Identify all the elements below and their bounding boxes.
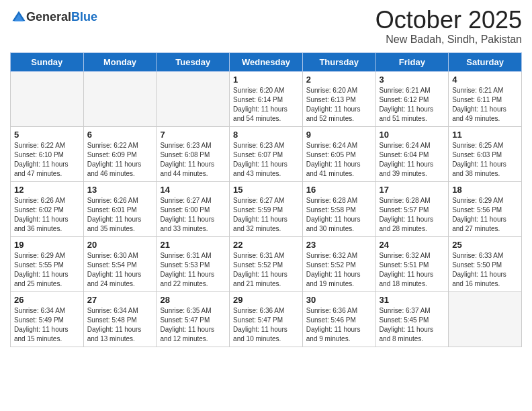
day-info: Sunrise: 6:29 AM Sunset: 5:56 PM Dayligh… [452,196,518,234]
col-wednesday: Wednesday [230,52,303,71]
day-info: Sunrise: 6:27 AM Sunset: 6:00 PM Dayligh… [160,196,226,234]
day-number: 31 [380,295,445,305]
day-cell [83,71,157,126]
day-number: 5 [14,130,80,140]
day-number: 17 [380,185,445,195]
day-info: Sunrise: 6:32 AM Sunset: 5:51 PM Dayligh… [380,251,445,289]
day-info: Sunrise: 6:35 AM Sunset: 5:47 PM Dayligh… [160,306,226,344]
day-info: Sunrise: 6:25 AM Sunset: 6:03 PM Dayligh… [452,141,518,179]
day-info: Sunrise: 6:24 AM Sunset: 6:05 PM Dayligh… [306,141,372,179]
day-info: Sunrise: 6:22 AM Sunset: 6:09 PM Dayligh… [87,141,153,179]
day-info: Sunrise: 6:20 AM Sunset: 6:13 PM Dayligh… [306,86,372,124]
day-cell: 26Sunrise: 6:34 AM Sunset: 5:49 PM Dayli… [11,291,84,347]
day-cell: 7Sunrise: 6:23 AM Sunset: 6:08 PM Daylig… [157,126,230,181]
day-cell: 1Sunrise: 6:20 AM Sunset: 6:14 PM Daylig… [230,71,303,126]
week-row-0: 1Sunrise: 6:20 AM Sunset: 6:14 PM Daylig… [11,71,522,126]
week-row-2: 12Sunrise: 6:26 AM Sunset: 6:02 PM Dayli… [11,181,522,236]
day-info: Sunrise: 6:31 AM Sunset: 5:53 PM Dayligh… [160,251,226,289]
day-info: Sunrise: 6:31 AM Sunset: 5:52 PM Dayligh… [233,251,299,289]
day-cell: 21Sunrise: 6:31 AM Sunset: 5:53 PM Dayli… [157,236,230,291]
day-info: Sunrise: 6:28 AM Sunset: 5:58 PM Dayligh… [306,196,372,234]
day-cell: 27Sunrise: 6:34 AM Sunset: 5:48 PM Dayli… [83,291,157,347]
day-number: 9 [306,130,372,140]
day-cell: 14Sunrise: 6:27 AM Sunset: 6:00 PM Dayli… [157,181,230,236]
day-number: 10 [380,130,445,140]
logo: GeneralBlue [10,10,97,25]
day-cell: 10Sunrise: 6:24 AM Sunset: 6:04 PM Dayli… [375,126,449,181]
day-number: 28 [160,295,226,305]
day-info: Sunrise: 6:32 AM Sunset: 5:52 PM Dayligh… [306,251,372,289]
day-number: 20 [87,240,153,250]
day-cell: 19Sunrise: 6:29 AM Sunset: 5:55 PM Dayli… [11,236,84,291]
day-number: 2 [306,75,372,85]
logo-blue-text: Blue [71,10,97,24]
day-cell: 6Sunrise: 6:22 AM Sunset: 6:09 PM Daylig… [83,126,157,181]
day-cell [449,291,522,347]
header-row: Sunday Monday Tuesday Wednesday Thursday… [11,52,522,71]
day-number: 14 [160,185,226,195]
day-info: Sunrise: 6:21 AM Sunset: 6:12 PM Dayligh… [380,86,445,124]
day-info: Sunrise: 6:26 AM Sunset: 6:02 PM Dayligh… [14,196,80,234]
day-number: 6 [87,130,153,140]
day-number: 15 [233,185,299,195]
day-cell: 25Sunrise: 6:33 AM Sunset: 5:50 PM Dayli… [449,236,522,291]
week-row-3: 19Sunrise: 6:29 AM Sunset: 5:55 PM Dayli… [11,236,522,291]
day-cell: 13Sunrise: 6:26 AM Sunset: 6:01 PM Dayli… [83,181,157,236]
header: GeneralBlue October 2025 New Badah, Sind… [10,7,522,46]
title-block: October 2025 New Badah, Sindh, Pakistan [375,7,522,46]
day-info: Sunrise: 6:30 AM Sunset: 5:54 PM Dayligh… [87,251,153,289]
day-info: Sunrise: 6:37 AM Sunset: 5:45 PM Dayligh… [380,306,445,344]
day-cell: 28Sunrise: 6:35 AM Sunset: 5:47 PM Dayli… [157,291,230,347]
day-info: Sunrise: 6:26 AM Sunset: 6:01 PM Dayligh… [87,196,153,234]
day-info: Sunrise: 6:23 AM Sunset: 6:08 PM Dayligh… [160,141,226,179]
day-cell: 29Sunrise: 6:36 AM Sunset: 5:47 PM Dayli… [230,291,303,347]
day-number: 21 [160,240,226,250]
logo-icon [11,10,26,25]
day-cell [157,71,230,126]
day-number: 25 [452,240,518,250]
day-cell: 18Sunrise: 6:29 AM Sunset: 5:56 PM Dayli… [449,181,522,236]
week-row-4: 26Sunrise: 6:34 AM Sunset: 5:49 PM Dayli… [11,291,522,347]
day-cell: 11Sunrise: 6:25 AM Sunset: 6:03 PM Dayli… [449,126,522,181]
day-cell: 17Sunrise: 6:28 AM Sunset: 5:57 PM Dayli… [375,181,449,236]
day-info: Sunrise: 6:34 AM Sunset: 5:49 PM Dayligh… [14,306,80,344]
logo-general-text: General [26,10,71,24]
day-cell: 12Sunrise: 6:26 AM Sunset: 6:02 PM Dayli… [11,181,84,236]
day-cell: 5Sunrise: 6:22 AM Sunset: 6:10 PM Daylig… [11,126,84,181]
col-thursday: Thursday [302,52,375,71]
day-number: 16 [306,185,372,195]
logo-text: GeneralBlue [26,11,97,24]
day-number: 19 [14,240,80,250]
day-cell: 8Sunrise: 6:23 AM Sunset: 6:07 PM Daylig… [230,126,303,181]
col-friday: Friday [375,52,449,71]
day-number: 23 [306,240,372,250]
day-cell: 9Sunrise: 6:24 AM Sunset: 6:05 PM Daylig… [302,126,375,181]
day-cell: 15Sunrise: 6:27 AM Sunset: 5:59 PM Dayli… [230,181,303,236]
day-cell: 2Sunrise: 6:20 AM Sunset: 6:13 PM Daylig… [302,71,375,126]
day-number: 4 [452,75,518,85]
day-info: Sunrise: 6:36 AM Sunset: 5:46 PM Dayligh… [306,306,372,344]
day-number: 8 [233,130,299,140]
month-title: October 2025 [375,7,522,34]
location: New Badah, Sindh, Pakistan [375,34,522,46]
day-cell: 22Sunrise: 6:31 AM Sunset: 5:52 PM Dayli… [230,236,303,291]
day-cell: 30Sunrise: 6:36 AM Sunset: 5:46 PM Dayli… [302,291,375,347]
day-info: Sunrise: 6:33 AM Sunset: 5:50 PM Dayligh… [452,251,518,289]
day-number: 30 [306,295,372,305]
day-number: 22 [233,240,299,250]
day-number: 29 [233,295,299,305]
day-number: 7 [160,130,226,140]
day-number: 13 [87,185,153,195]
day-number: 26 [14,295,80,305]
week-row-1: 5Sunrise: 6:22 AM Sunset: 6:10 PM Daylig… [11,126,522,181]
day-number: 3 [380,75,445,85]
day-cell: 4Sunrise: 6:21 AM Sunset: 6:11 PM Daylig… [449,71,522,126]
day-number: 12 [14,185,80,195]
day-info: Sunrise: 6:36 AM Sunset: 5:47 PM Dayligh… [233,306,299,344]
day-number: 1 [233,75,299,85]
day-cell: 20Sunrise: 6:30 AM Sunset: 5:54 PM Dayli… [83,236,157,291]
col-monday: Monday [83,52,157,71]
day-cell: 31Sunrise: 6:37 AM Sunset: 5:45 PM Dayli… [375,291,449,347]
day-cell: 24Sunrise: 6:32 AM Sunset: 5:51 PM Dayli… [375,236,449,291]
day-cell: 23Sunrise: 6:32 AM Sunset: 5:52 PM Dayli… [302,236,375,291]
